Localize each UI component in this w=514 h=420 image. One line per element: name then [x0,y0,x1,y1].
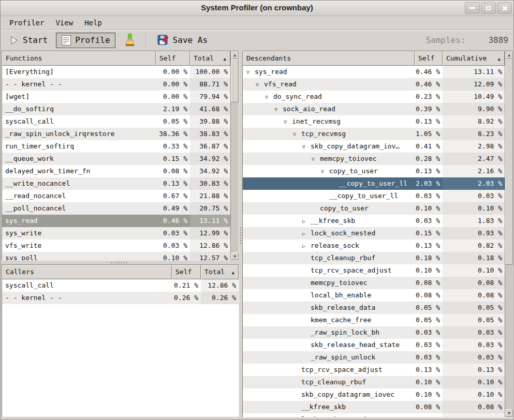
function-row[interactable]: sys_poll 0.10 % 12.57 % [2,252,230,260]
descendant-row[interactable]: ▽inet_recvmsg 0.13 % 8.92 % [243,115,505,128]
function-row[interactable]: delayed_work_timer_fn 0.08 % 34.92 % [2,165,230,177]
functions-total-column-header[interactable]: Total▲ [190,51,230,66]
tree-expander-icon[interactable]: ▽ [293,128,301,140]
callers-total-column-header[interactable]: Total▲ [201,265,239,279]
descendants-vertical-scrollbar[interactable]: ▲ ▼ [505,51,513,417]
function-row[interactable]: syscall_call 0.05 % 39.88 % [2,115,230,128]
descendant-row[interactable]: ▽vfs_read 0.46 % 12.09 % [243,78,505,91]
descendant-row[interactable]: _raw_spin_lock_bh 0.03 % 0.03 % [243,326,505,339]
descendant-row[interactable]: ▽memcpy_toiovec 0.28 % 2.47 % [243,153,505,165]
tree-expander-icon[interactable]: ▽ [246,66,255,78]
descendant-row[interactable]: ▽copy_to_user 0.13 % 2.16 % [243,165,505,177]
tree-expander-icon[interactable]: ▽ [321,166,329,177]
tree-expander-icon[interactable]: ▷ [302,215,311,227]
descendant-row[interactable]: skb_copy_datagram_iovec 0.10 % 0.10 % [243,388,505,401]
functions-vertical-scrollbar[interactable]: ▲ ▼ [230,51,239,260]
caller-row[interactable]: syscall_call 0.21 % 12.86 % [2,279,239,292]
descendant-row[interactable]: ▷release_sock 0.13 % 0.82 % [243,239,505,252]
function-row[interactable]: - - kernel - - 0.00 % 88.71 % [2,78,230,91]
functions-column-header[interactable]: Functions [2,51,156,66]
close-button[interactable] [497,2,512,14]
descendant-row[interactable]: tcp_cleanup_rbuf 0.18 % 0.18 % [243,252,505,264]
descendant-row[interactable]: skb_release_data 0.05 % 0.05 % [243,302,505,314]
profile-toggle-button[interactable]: Profile [56,33,115,48]
descendant-self-percent: 0.03 % [415,190,443,202]
descendant-row[interactable]: _raw_spin_unlock 0.03 % 0.03 % [243,351,505,364]
save-as-button[interactable]: Save As [152,33,213,48]
descendant-self-percent: 0.28 % [415,153,443,165]
descendant-self-percent: 0.08 % [415,277,443,289]
descendant-row[interactable]: ▽tcp_recvmsg 1.05 % 8.23 % [243,128,505,140]
scroll-down-arrow-icon[interactable]: ▼ [231,252,239,260]
tree-expander-icon[interactable]: ▽ [312,153,320,165]
function-name: - - kernel - - [2,78,156,91]
function-row[interactable]: run_timer_softirq 0.33 % 36.87 % [2,140,230,153]
function-row[interactable]: __queue_work 0.15 % 34.92 % [2,153,230,165]
descendant-row[interactable]: tcp_rcv_space_adjust 0.13 % 0.13 % [243,364,505,376]
functions-callers-splitter[interactable] [2,261,239,264]
scroll-up-arrow-icon[interactable]: ▲ [231,51,239,59]
descendant-row[interactable]: ▷lock_sock_nested 0.15 % 0.93 % [243,227,505,239]
function-row[interactable]: __do_softirq 2.19 % 41.68 % [2,103,230,115]
descendant-name: memcpy_toiovec [320,155,377,162]
scroll-down-arrow-icon[interactable]: ▼ [505,409,513,417]
descendant-cumulative-percent: 0.03 % [443,326,505,339]
menu-item[interactable]: Profiler [4,17,50,29]
tree-expander-icon[interactable]: ▽ [274,103,283,115]
descendant-row[interactable]: ▽do_sync_read 0.23 % 10.49 % [243,91,505,103]
descendant-name-cell: lock_sock_nested [243,413,415,417]
menu-item[interactable]: Help [79,17,108,29]
tree-expander-icon[interactable]: ▽ [302,141,311,153]
function-row[interactable]: __poll_nocancel 0.49 % 20.75 % [2,202,230,215]
descendant-row[interactable]: __copy_to_user_ll 0.03 % 0.03 % [243,190,505,202]
descendant-row[interactable]: tcp_rcv_space_adjust 0.10 % 0.10 % [243,264,505,277]
tree-expander-icon[interactable]: ▽ [256,79,264,91]
tree-expander-icon[interactable]: ▷ [302,228,311,239]
scroll-up-arrow-icon[interactable]: ▲ [505,51,513,59]
save-as-icon [157,34,169,47]
descendants-column-header[interactable]: Descendants [243,51,415,66]
start-button[interactable]: Start [5,33,53,48]
function-row[interactable]: __read_nocancel 0.67 % 21.88 % [2,190,230,202]
minimize-button[interactable] [465,2,480,14]
descendants-scrollbar-thumb[interactable] [505,59,513,265]
function-row[interactable]: sys_write 0.03 % 12.99 % [2,227,230,239]
functions-self-column-header[interactable]: Self [156,51,190,66]
descendants-self-column-header[interactable]: Self [415,51,443,66]
descendant-row[interactable]: skb_release_head_state 0.03 % 0.03 % [243,339,505,351]
descendant-row[interactable]: memcpy_toiovec 0.08 % 0.08 % [243,277,505,289]
function-row[interactable]: [Everything] 0.00 % 100.00 % [2,66,230,78]
descendant-row[interactable]: tcp_cleanup_rbuf 0.10 % 0.10 % [243,376,505,388]
tree-expander-icon[interactable]: ▽ [265,91,273,103]
function-name: [Everything] [2,66,156,78]
callers-column-header[interactable]: Callers [2,265,172,279]
descendant-cumulative-percent: 8.23 % [443,128,505,140]
descendant-row[interactable]: copy_to_user 0.10 % 0.10 % [243,202,505,215]
descendant-cumulative-percent: 0.13 % [443,364,505,376]
menu-item[interactable]: View [50,17,79,29]
callers-self-column-header[interactable]: Self [172,265,201,279]
descendant-row[interactable]: __copy_to_user_ll 2.03 % 2.03 % [243,177,505,190]
descendant-row[interactable]: ▽sys_read 0.46 % 13.11 % [243,66,505,78]
functions-scrollbar-thumb[interactable] [231,59,239,102]
descendant-cumulative-percent: 9.90 % [443,103,505,115]
function-row[interactable]: [wget] 0.00 % 79.94 % [2,91,230,103]
function-row[interactable]: sys_read 0.46 % 13.11 % [2,215,230,227]
descendant-row[interactable]: ▽sock_aio_read 0.39 % 9.90 % [243,103,505,115]
descendant-row[interactable]: __kfree_skb 0.08 % 0.08 % [243,401,505,413]
maximize-button[interactable] [481,2,496,14]
descendants-cumulative-column-header[interactable]: Cumulative▲ [443,51,505,66]
function-total-percent: 88.71 % [190,78,230,91]
function-row[interactable]: _raw_spin_unlock_irqrestore 38.36 % 38.8… [2,128,230,140]
descendant-row[interactable]: ▷__kfree_skb 0.03 % 1.83 % [243,215,505,227]
function-row[interactable]: __write_nocancel 0.13 % 30.83 % [2,177,230,190]
tree-expander-icon[interactable]: ▷ [302,240,311,252]
descendant-row[interactable]: ▽skb_copy_datagram_iov… 0.41 % 2.98 % [243,140,505,153]
descendant-row[interactable]: kmem_cache_free 0.05 % 0.05 % [243,314,505,326]
descendant-row[interactable]: lock_sock_nested 0.03 % 0.03 % [243,413,505,417]
reset-button[interactable] [119,33,141,48]
caller-row[interactable]: - - kernel - - 0.26 % 0.26 % [2,292,239,304]
tree-expander-icon[interactable]: ▽ [284,116,292,128]
descendant-row[interactable]: local_bh_enable 0.08 % 0.08 % [243,289,505,302]
function-row[interactable]: vfs_write 0.03 % 12.86 % [2,239,230,252]
